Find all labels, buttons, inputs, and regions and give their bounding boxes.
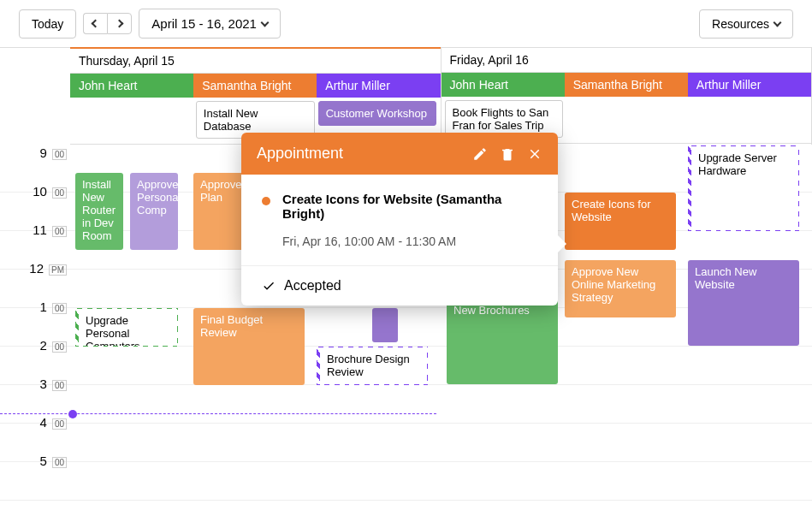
color-dot-icon — [262, 197, 270, 205]
popup-arrow — [558, 235, 566, 252]
event[interactable]: New Brochures — [447, 299, 558, 384]
appointment-popup: Appointment Create Icons for Website (Sa… — [241, 133, 558, 306]
date-range-label: April 15 - 16, 2021 — [151, 16, 257, 31]
time-min: 00 — [52, 226, 67, 237]
popup-event-time: Fri, Apr 16, 10:00 AM - 11:30 AM — [282, 234, 537, 248]
check-icon — [262, 279, 276, 293]
chevron-left-icon — [92, 20, 100, 28]
time-hour: 10 — [33, 184, 47, 199]
time-min: 00 — [52, 149, 67, 160]
chevron-down-icon — [260, 18, 269, 27]
edit-icon[interactable] — [472, 146, 488, 162]
event[interactable]: Approve Personal Comp — [130, 173, 178, 250]
event[interactable] — [372, 308, 398, 342]
owner-header[interactable]: Samantha Bright — [193, 74, 317, 98]
time-min: 00 — [52, 457, 67, 468]
time-hour: 1 — [40, 300, 47, 314]
time-hour: 4 — [40, 415, 47, 430]
resources-label: Resources — [712, 17, 769, 31]
time-hour: 2 — [40, 338, 47, 353]
owner-header[interactable]: Samantha Bright — [565, 73, 688, 97]
time-hour: 9 — [40, 145, 47, 160]
event[interactable]: Brochure Design Review — [317, 347, 428, 385]
time-min: 00 — [52, 187, 67, 199]
time-hour: 5 — [40, 454, 47, 468]
event[interactable]: Approve New Online Marketing Strategy — [565, 260, 676, 317]
time-hour: 12 — [29, 261, 44, 276]
time-min: 00 — [52, 303, 67, 314]
close-icon[interactable] — [527, 146, 542, 162]
day-header[interactable]: Friday, April 16 — [442, 48, 812, 73]
today-button[interactable]: Today — [19, 9, 76, 39]
delete-icon[interactable] — [500, 146, 515, 162]
event[interactable]: Install New Router in Dev Room — [75, 173, 123, 250]
owner-header[interactable]: John Heart — [442, 73, 565, 97]
time-min: PM — [49, 264, 67, 276]
event[interactable]: Final Budget Review — [193, 308, 305, 385]
owner-header[interactable]: John Heart — [70, 74, 193, 98]
chevron-right-icon — [116, 20, 124, 28]
time-hour: 3 — [40, 377, 47, 391]
event[interactable]: Upgrade Server Hardware — [688, 145, 799, 231]
time-min: 00 — [52, 418, 67, 430]
allday-event[interactable]: Customer Workshop — [318, 101, 437, 126]
popup-title: Appointment — [257, 145, 460, 163]
day-header[interactable]: Thursday, April 15 — [70, 47, 441, 74]
event[interactable]: Create Icons for Website — [565, 193, 676, 250]
popup-event-title: Create Icons for Website (Samantha Brigh… — [282, 192, 537, 221]
popup-header: Appointment — [241, 133, 558, 175]
current-time-indicator — [0, 413, 436, 414]
time-hour: 11 — [33, 222, 47, 237]
popup-status: Accepted — [284, 278, 341, 294]
toolbar: Today April 15 - 16, 2021 Resources — [0, 0, 812, 48]
resources-button[interactable]: Resources — [699, 9, 793, 39]
chevron-down-icon — [773, 18, 782, 27]
prev-button[interactable] — [83, 13, 107, 34]
event[interactable]: Launch New Website — [688, 260, 799, 346]
owner-header[interactable]: Arthur Miller — [688, 73, 811, 97]
time-min: 00 — [52, 380, 67, 391]
event[interactable]: Upgrade Personal Computers — [75, 308, 178, 347]
owner-header[interactable]: Arthur Miller — [317, 74, 440, 98]
date-range-button[interactable]: April 15 - 16, 2021 — [139, 9, 281, 39]
time-min: 00 — [52, 341, 67, 353]
next-button[interactable] — [107, 13, 132, 34]
